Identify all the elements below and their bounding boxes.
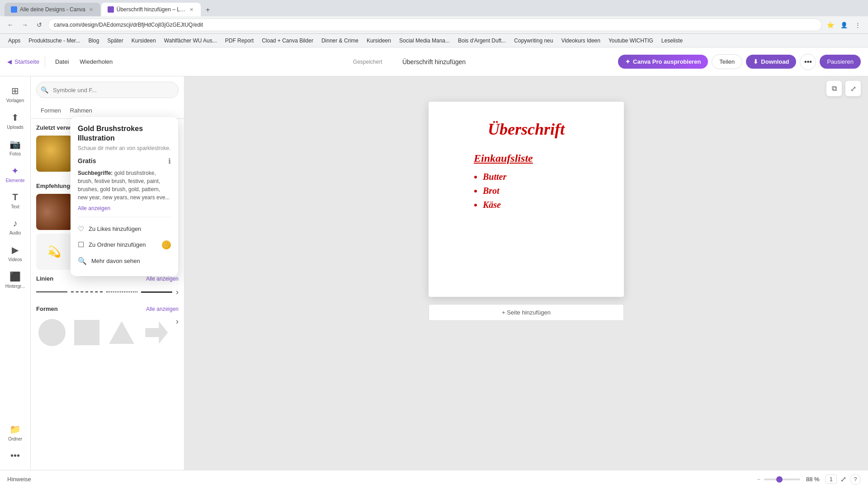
sidebar-item-uploads[interactable]: ⬆ Uploads xyxy=(0,108,30,133)
pause-label: Pausieren xyxy=(827,58,854,65)
line-dashed[interactable] xyxy=(71,286,102,297)
bookmark-kursideen1[interactable]: Kursideen xyxy=(128,36,160,45)
fullscreen-button[interactable]: ⤢ xyxy=(840,475,846,483)
download-icon: ⬇ xyxy=(753,58,758,65)
bookmark-copywriting[interactable]: Copywriting neu xyxy=(510,36,557,45)
more-options-button[interactable]: ••• xyxy=(800,54,816,70)
popup-menu-mehr[interactable]: 🔍 Mehr davon sehen xyxy=(78,253,171,269)
bookmark-label: Youtube WICHTIG xyxy=(609,38,653,44)
nav-divider xyxy=(45,56,45,67)
sidebar-label-text: Text xyxy=(11,204,19,209)
bookmark-dinner[interactable]: Dinner & Crime xyxy=(318,36,362,45)
nav-datei[interactable]: Datei xyxy=(51,56,73,68)
line-solid[interactable] xyxy=(36,286,67,297)
shape-triangle[interactable] xyxy=(106,317,137,348)
lines-title: Linien xyxy=(36,275,53,282)
bookmark-label: Bois d'Argent Duft... xyxy=(458,38,506,44)
canvas-shopping-title[interactable]: Einkaufsliste xyxy=(474,152,533,164)
canvas-title[interactable]: Überschrift xyxy=(488,120,565,139)
page-indicator[interactable]: 1 xyxy=(826,474,837,484)
bookmark-spaeter[interactable]: Später xyxy=(104,36,127,45)
sidebar-item-hintergruende[interactable]: ⬛ Hintergr... xyxy=(0,267,30,292)
forward-button[interactable]: → xyxy=(19,19,31,31)
extensions-icon[interactable]: ⭐ xyxy=(825,19,836,31)
browser-tab-1[interactable]: Alle deine Designs - Canva ✕ xyxy=(5,3,100,16)
back-button[interactable]: ← xyxy=(5,19,16,31)
sidebar-item-fotos[interactable]: 📷 Fotos xyxy=(0,135,30,160)
nav-logo-area: ◀ Startseite Datei Wiederholen xyxy=(7,56,117,68)
zoom-slider[interactable] xyxy=(764,479,800,480)
canva-pro-button[interactable]: ✦ Canva Pro ausprobieren xyxy=(618,55,708,69)
popup-show-all[interactable]: Alle anzeigen xyxy=(78,205,171,211)
sidebar-more-button[interactable]: ••• xyxy=(0,447,30,465)
popup-menu-likes[interactable]: ♡ Zu Likes hinzufügen xyxy=(78,221,171,237)
lines-next-arrow[interactable]: › xyxy=(176,287,179,297)
zoom-minus[interactable]: − xyxy=(757,476,760,483)
tab-favicon-1 xyxy=(11,6,17,13)
shape-circle[interactable] xyxy=(36,317,67,348)
bookmark-youtube[interactable]: Youtube WICHTIG xyxy=(605,36,657,45)
sidebar-item-text[interactable]: T Text xyxy=(0,188,30,213)
shape-arrow[interactable] xyxy=(141,317,172,348)
tab-close-1[interactable]: ✕ xyxy=(88,6,94,14)
shapes-next-arrow[interactable]: › xyxy=(176,317,179,348)
home-button[interactable]: ◀ Startseite xyxy=(7,58,39,65)
recent-thumb-1[interactable] xyxy=(36,136,72,172)
bookmark-wahlfaecher[interactable]: Wahlfächer WU Aus... xyxy=(160,36,221,45)
list-item-kaese[interactable]: Käse xyxy=(483,200,506,210)
popup-menu-ordner[interactable]: ☐ Zu Ordner hinzufügen 👑 xyxy=(78,237,171,253)
nav-menu-items: Datei Wiederholen xyxy=(51,56,117,68)
shapes-grid: › xyxy=(36,317,179,348)
refresh-button[interactable]: ↺ xyxy=(33,19,45,31)
bookmark-kursideen2[interactable]: Kursideen xyxy=(363,36,395,45)
popup-title: Gold Brushstrokes Illustration xyxy=(78,124,171,143)
shapes-see-all[interactable]: Alle anzeigen xyxy=(146,306,179,312)
sidebar-item-ordner[interactable]: 📁 Ordner xyxy=(0,420,30,445)
expand-canvas-button[interactable]: ⤢ xyxy=(845,81,861,96)
tab-rahmen[interactable]: Rahmen xyxy=(66,103,97,118)
download-label: Download xyxy=(761,58,789,65)
bookmark-pdf[interactable]: PDF Report xyxy=(222,36,257,45)
help-button[interactable]: ? xyxy=(850,474,861,485)
bookmark-label: Social Media Mana... xyxy=(399,38,450,44)
line-thick[interactable] xyxy=(141,286,172,297)
tab-formen[interactable]: Formen xyxy=(36,103,66,118)
bookmark-blog[interactable]: Blog xyxy=(85,36,103,45)
list-item-butter[interactable]: Butter xyxy=(483,172,506,182)
bookmark-videokurs[interactable]: Videokurs Ideen xyxy=(557,36,604,45)
rec-thumb-4[interactable]: 💫 xyxy=(36,234,72,270)
nav-wiederholen[interactable]: Wiederholen xyxy=(75,56,117,68)
bookmark-bois[interactable]: Bois d'Argent Duft... xyxy=(454,36,509,45)
bookmark-social[interactable]: Social Media Mana... xyxy=(396,36,453,45)
browser-tab-2[interactable]: Überschrift hinzufügen – Logo ✕ xyxy=(101,3,201,16)
sidebar-item-audio[interactable]: ♪ Audio xyxy=(0,215,30,239)
bookmark-produktsuche[interactable]: Produktsuche - Mer... xyxy=(25,36,84,45)
toolbar-icons: ⭐ 👤 ⋮ xyxy=(825,19,863,31)
address-bar[interactable]: canva.com/design/DAEdomzscji/drBfjHdCojl… xyxy=(48,19,822,31)
star-icon: ✦ xyxy=(625,58,630,65)
sidebar-item-vorlagen[interactable]: ⊞ Vorlagen xyxy=(0,82,30,107)
bookmark-leseliste[interactable]: Leseliste xyxy=(658,36,686,45)
sidebar-item-elemente[interactable]: ✦ Elemente xyxy=(0,162,30,187)
add-page-button[interactable]: + Seite hinzufügen xyxy=(429,304,624,321)
pause-button[interactable]: Pausieren xyxy=(820,55,861,69)
list-item-brot[interactable]: Brot xyxy=(483,186,506,196)
shape-square[interactable] xyxy=(71,317,102,348)
info-icon[interactable]: ℹ xyxy=(168,157,171,165)
new-tab-button[interactable]: + xyxy=(202,4,214,16)
rec-thumb-1[interactable] xyxy=(36,194,72,230)
share-button[interactable]: Teilen xyxy=(712,54,742,69)
sidebar-item-videos[interactable]: ▶ Videos xyxy=(0,241,30,266)
popup-gratis-row: Gratis ℹ xyxy=(78,157,171,165)
copy-canvas-button[interactable]: ⧉ xyxy=(826,81,842,96)
bookmark-apps[interactable]: Apps xyxy=(5,36,24,45)
line-dotted[interactable] xyxy=(106,286,137,297)
tab-close-2[interactable]: ✕ xyxy=(189,6,194,14)
bookmark-label: Dinner & Crime xyxy=(321,38,359,44)
lines-see-all[interactable]: Alle anzeigen xyxy=(146,276,179,282)
profile-icon[interactable]: 👤 xyxy=(838,19,850,31)
search-input[interactable] xyxy=(36,82,179,98)
bookmark-cload[interactable]: Cload + Canva Bilder xyxy=(258,36,317,45)
download-button[interactable]: ⬇ Download xyxy=(746,55,796,69)
settings-icon[interactable]: ⋮ xyxy=(852,19,863,31)
